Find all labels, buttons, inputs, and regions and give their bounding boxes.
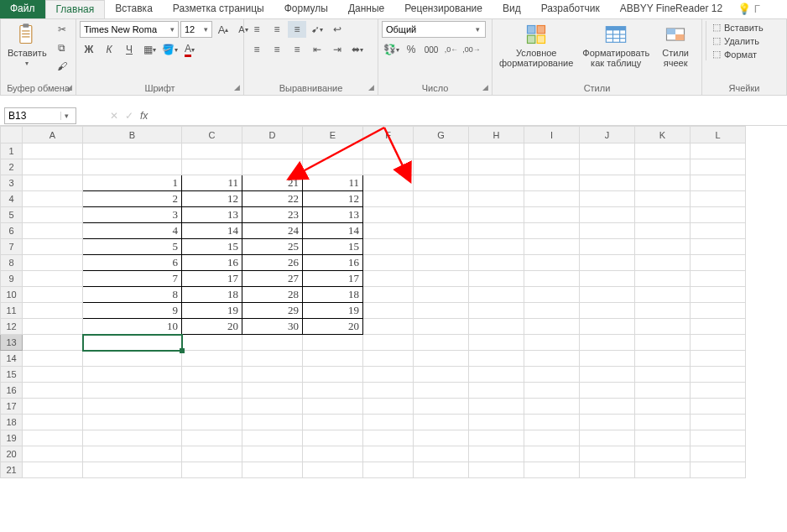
cell-K8[interactable] (635, 255, 691, 271)
cell-C19[interactable] (182, 430, 242, 446)
cell-C3[interactable]: 11 (182, 175, 242, 191)
cell-L13[interactable] (691, 335, 746, 351)
cell-C9[interactable]: 17 (182, 271, 242, 287)
cell-I14[interactable] (524, 351, 580, 367)
cell-L20[interactable] (691, 446, 746, 462)
row-header-8[interactable]: 8 (1, 255, 23, 271)
cell-C10[interactable]: 18 (182, 287, 242, 303)
cell-J16[interactable] (580, 383, 635, 399)
cell-J12[interactable] (580, 319, 635, 335)
cell-B2[interactable] (83, 159, 182, 175)
cell-G2[interactable] (414, 159, 469, 175)
cell-E12[interactable]: 20 (303, 319, 363, 335)
cell-J14[interactable] (580, 351, 635, 367)
cell-H20[interactable] (469, 446, 524, 462)
cell-I5[interactable] (524, 207, 580, 223)
cell-E2[interactable] (303, 159, 363, 175)
row-header-13[interactable]: 13 (1, 335, 23, 351)
orientation-button[interactable]: ➹▾ (308, 21, 326, 38)
cell-K2[interactable] (635, 159, 691, 175)
row-header-20[interactable]: 20 (1, 446, 23, 462)
cell-E20[interactable] (303, 446, 363, 462)
underline-button[interactable]: Ч (120, 41, 138, 58)
cell-L15[interactable] (691, 367, 746, 383)
row-header-11[interactable]: 11 (1, 303, 23, 319)
cell-L8[interactable] (691, 255, 746, 271)
align-right-button[interactable]: ≡ (288, 41, 306, 58)
cell-I6[interactable] (524, 223, 580, 239)
cell-L9[interactable] (691, 271, 746, 287)
cell-F8[interactable] (363, 255, 414, 271)
formula-input[interactable] (168, 107, 783, 124)
cell-D21[interactable] (242, 462, 303, 478)
cell-H19[interactable] (469, 430, 524, 446)
cell-J1[interactable] (580, 143, 635, 159)
cell-A7[interactable] (23, 239, 83, 255)
cell-K17[interactable] (635, 399, 691, 415)
grow-font-button[interactable]: A▴ (214, 21, 232, 38)
col-header-H[interactable]: H (469, 127, 524, 143)
cell-L1[interactable] (691, 143, 746, 159)
cell-C11[interactable]: 19 (182, 303, 242, 319)
cell-A13[interactable] (23, 335, 83, 351)
tab-разработчик[interactable]: Разработчик (531, 0, 610, 18)
number-launcher[interactable]: ◢ (480, 83, 490, 93)
cell-L6[interactable] (691, 223, 746, 239)
format-as-table-button[interactable]: Форматировать как таблицу (579, 21, 653, 70)
cell-K4[interactable] (635, 191, 691, 207)
cut-button[interactable]: ✂ (53, 21, 71, 38)
cell-G4[interactable] (414, 191, 469, 207)
cell-C15[interactable] (182, 367, 242, 383)
cell-D3[interactable]: 21 (242, 175, 303, 191)
cell-H15[interactable] (469, 367, 524, 383)
tab-разметка-страницы[interactable]: Разметка страницы (163, 0, 274, 18)
cell-B16[interactable] (83, 383, 182, 399)
cell-F7[interactable] (363, 239, 414, 255)
cell-D15[interactable] (242, 367, 303, 383)
cell-J13[interactable] (580, 335, 635, 351)
cell-B13[interactable] (83, 335, 182, 351)
row-header-1[interactable]: 1 (1, 143, 23, 159)
cell-I12[interactable] (524, 319, 580, 335)
cell-G5[interactable] (414, 207, 469, 223)
cell-B1[interactable] (83, 143, 182, 159)
cell-J9[interactable] (580, 271, 635, 287)
cell-B17[interactable] (83, 399, 182, 415)
cell-E18[interactable] (303, 415, 363, 430)
cell-F12[interactable] (363, 319, 414, 335)
percent-button[interactable]: % (402, 41, 420, 58)
cell-G8[interactable] (414, 255, 469, 271)
cell-A6[interactable] (23, 223, 83, 239)
cell-A9[interactable] (23, 271, 83, 287)
col-header-K[interactable]: K (635, 127, 691, 143)
cell-D18[interactable] (242, 415, 303, 430)
font-color-button[interactable]: A▾ (180, 41, 199, 58)
cell-L17[interactable] (691, 399, 746, 415)
tell-me-icon[interactable]: 💡 Г (732, 0, 765, 18)
cell-B10[interactable]: 8 (83, 287, 182, 303)
cell-L4[interactable] (691, 191, 746, 207)
tab-данные[interactable]: Данные (338, 0, 394, 18)
cell-E13[interactable] (303, 335, 363, 351)
cell-A4[interactable] (23, 191, 83, 207)
cell-G11[interactable] (414, 303, 469, 319)
cell-A3[interactable] (23, 175, 83, 191)
cell-K13[interactable] (635, 335, 691, 351)
cell-B3[interactable]: 1 (83, 175, 182, 191)
cell-D12[interactable]: 30 (242, 319, 303, 335)
tab-file[interactable]: Файл (0, 0, 45, 18)
cell-L18[interactable] (691, 415, 746, 430)
cell-J5[interactable] (580, 207, 635, 223)
cell-H5[interactable] (469, 207, 524, 223)
col-header-I[interactable]: I (524, 127, 580, 143)
cell-L7[interactable] (691, 239, 746, 255)
cell-J7[interactable] (580, 239, 635, 255)
row-header-19[interactable]: 19 (1, 430, 23, 446)
row-header-15[interactable]: 15 (1, 367, 23, 383)
cell-K7[interactable] (635, 239, 691, 255)
cell-J15[interactable] (580, 367, 635, 383)
cell-B4[interactable]: 2 (83, 191, 182, 207)
borders-button[interactable]: ▦▾ (140, 41, 159, 58)
cell-D11[interactable]: 29 (242, 303, 303, 319)
cell-J20[interactable] (580, 446, 635, 462)
